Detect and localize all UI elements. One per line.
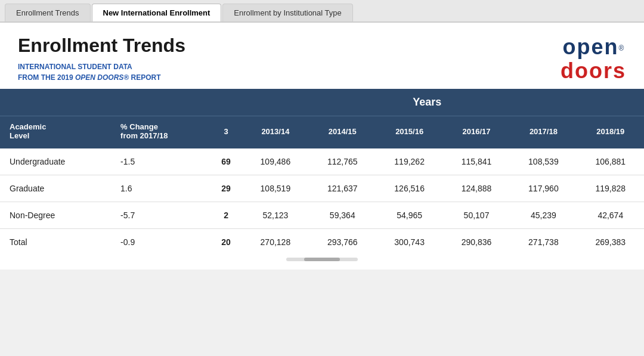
page-title: Enrollment Trends xyxy=(18,35,185,57)
table-body: Undergraduate-1.569109,486112,765119,262… xyxy=(0,148,644,255)
table-cell: 69 xyxy=(210,148,242,175)
table-cell: 54,965 xyxy=(376,202,442,229)
table-cell: 50,107 xyxy=(443,202,510,229)
subtitle: INTERNATIONAL STUDENT DATA FROM THE 2019… xyxy=(18,61,185,83)
col-header-2015: 2015/16 xyxy=(376,116,442,149)
table-cell: 108,539 xyxy=(510,148,577,175)
col-header-2018: 2018/19 xyxy=(577,116,644,149)
subtitle-line2-prefix: FROM THE 2019 xyxy=(18,73,75,82)
table-cell: 126,516 xyxy=(376,175,442,202)
table-cell: 20 xyxy=(210,229,242,256)
table-cell: 59,364 xyxy=(309,202,376,229)
table-cell: 42,674 xyxy=(577,202,644,229)
table-cell: 293,766 xyxy=(309,229,376,256)
table-cell: 124,888 xyxy=(443,175,510,202)
table-cell: 271,738 xyxy=(510,229,577,256)
scrollbar-track[interactable] xyxy=(286,258,358,261)
tab-enrollment-by-institutional-type[interactable]: Enrollment by Institutional Type xyxy=(222,4,352,21)
tab-bar: Enrollment Trends New International Enro… xyxy=(0,0,644,23)
col-header-academic-level: AcademicLevel xyxy=(0,116,118,149)
col-header-col3: 3 xyxy=(210,116,242,149)
subtitle-italic: OPEN DOORS xyxy=(75,73,123,82)
table-cell: -0.9 xyxy=(118,229,210,256)
table-cell: 115,841 xyxy=(443,148,510,175)
table-cell: -5.7 xyxy=(118,202,210,229)
table-header-columns-row: AcademicLevel % Changefrom 2017/18 3 201… xyxy=(0,116,644,149)
table-cell: 29 xyxy=(210,175,242,202)
empty-header xyxy=(0,89,210,116)
col-header-2014: 2014/15 xyxy=(309,116,376,149)
scroll-hint xyxy=(0,255,644,264)
table-cell: 117,960 xyxy=(510,175,577,202)
table-cell: 119,828 xyxy=(577,175,644,202)
table-cell: 52,123 xyxy=(242,202,309,229)
logo-registered: ® xyxy=(619,44,624,52)
table-cell: 45,239 xyxy=(510,202,577,229)
table-row: Graduate1.629108,519121,637126,516124,88… xyxy=(0,175,644,202)
table-cell: Graduate xyxy=(0,175,118,202)
col-header-2016: 2016/17 xyxy=(443,116,510,149)
table-cell: 112,765 xyxy=(309,148,376,175)
table-cell: 300,743 xyxy=(376,229,442,256)
table-cell: 269,383 xyxy=(577,229,644,256)
table-cell: Total xyxy=(0,229,118,256)
table-cell: 121,637 xyxy=(309,175,376,202)
col-header-pct-change: % Changefrom 2017/18 xyxy=(118,116,210,149)
table-cell: 119,262 xyxy=(376,148,442,175)
col-header-2017: 2017/18 xyxy=(510,116,577,149)
subtitle-line2-suffix: ® REPORT xyxy=(123,73,160,82)
table-cell: 1.6 xyxy=(118,175,210,202)
table-cell: 108,519 xyxy=(242,175,309,202)
subtitle-line1: INTERNATIONAL STUDENT DATA xyxy=(18,63,132,71)
header-left: Enrollment Trends INTERNATIONAL STUDENT … xyxy=(18,35,185,83)
table-cell: 109,486 xyxy=(242,148,309,175)
col-header-2013: 2013/14 xyxy=(242,116,309,149)
header-section: Enrollment Trends INTERNATIONAL STUDENT … xyxy=(0,23,644,89)
open-doors-logo: open® doors xyxy=(561,35,626,82)
tab-new-international-enrollment[interactable]: New International Enrollment xyxy=(92,4,222,21)
table-cell: -1.5 xyxy=(118,148,210,175)
main-content: Enrollment Trends INTERNATIONAL STUDENT … xyxy=(0,23,644,270)
enrollment-table: Years AcademicLevel % Changefrom 2017/18… xyxy=(0,89,644,255)
scrollbar-thumb[interactable] xyxy=(304,258,340,261)
table-row: Non-Degree-5.7252,12359,36454,96550,1074… xyxy=(0,202,644,229)
table-cell: 2 xyxy=(210,202,242,229)
logo-open: open® xyxy=(561,35,626,59)
years-header: Years xyxy=(210,89,644,116)
table-row: Undergraduate-1.569109,486112,765119,262… xyxy=(0,148,644,175)
logo-doors: doors xyxy=(561,59,626,83)
table-cell: 270,128 xyxy=(242,229,309,256)
table-row: Total-0.920270,128293,766300,743290,8362… xyxy=(0,229,644,256)
table-container: Years AcademicLevel % Changefrom 2017/18… xyxy=(0,89,644,270)
table-cell: Undergraduate xyxy=(0,148,118,175)
table-header-years-row: Years xyxy=(0,89,644,116)
table-cell: Non-Degree xyxy=(0,202,118,229)
table-cell: 290,836 xyxy=(443,229,510,256)
table-cell: 106,881 xyxy=(577,148,644,175)
tab-enrollment-trends[interactable]: Enrollment Trends xyxy=(5,4,91,21)
